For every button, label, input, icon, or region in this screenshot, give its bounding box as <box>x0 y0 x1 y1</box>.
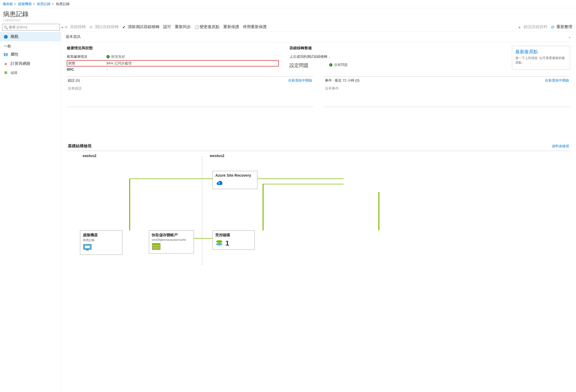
sidebar-item-properties[interactable]: 屬性 <box>0 50 61 59</box>
sidebar-item-compute-network[interactable]: e 計算與網路 <box>0 59 61 68</box>
rpc-value: - <box>106 68 108 72</box>
config-value: 沒有問題 <box>334 63 348 67</box>
node-asr-title: Azure Site Recovery <box>215 173 254 177</box>
node-cache[interactable]: 快取儲存體帳戶 smd3hjlamnavaulasrcache <box>149 230 194 253</box>
svg-rect-11 <box>152 243 160 245</box>
resource-type-label: 已複寫的項目 <box>0 18 576 22</box>
node-disk[interactable]: 受控磁碟 1 <box>212 230 255 250</box>
svg-rect-2 <box>4 53 5 56</box>
main-content: ⟳容錯移轉 ⟳測試容錯移轉 ✔清除測試容錯移轉 認可 重新同步 🕓變更復原點 重… <box>61 22 576 392</box>
svg-rect-3 <box>5 53 6 56</box>
breadcrumb: 儀表板> 虛擬機器> 病患記錄> 病患記錄 <box>0 0 576 8</box>
error-icon: ● <box>518 25 523 29</box>
search-input[interactable] <box>2 24 60 30</box>
svg-point-15 <box>216 243 222 246</box>
breadcrumb-records[interactable]: 病患記錄 <box>37 2 51 6</box>
node-asr[interactable]: Azure Site Recovery <box>212 171 257 189</box>
last-test-label: 上次成功的測試容錯移轉 <box>289 54 329 59</box>
events-open-link[interactable]: 在新頁面中開啟 <box>545 78 569 83</box>
chevron-down-icon: ⌄ <box>568 35 571 39</box>
recovery-title: 最新復原點 <box>515 49 567 55</box>
toolbar-change-recovery[interactable]: 🕓變更復原點 <box>194 24 220 29</box>
disk-count: 1 <box>225 239 229 247</box>
recovery-subtitle: 按一下上列項目, 以可查看最新的復原點 · <box>515 56 567 65</box>
repl-health-label: 複寫健康情況 <box>67 54 106 59</box>
node-cache-sub: smd3hjlamnavaulasrcache <box>152 238 191 241</box>
compute-network-icon: e <box>4 62 8 66</box>
failover-ready-column: 容錯移轉整備 上次成功的測試容錯移轉 - 設定問題 ✔沒有問題 <box>289 46 502 73</box>
status-ok-icon: ✔ <box>106 55 110 58</box>
errors-pane: 錯誤 (0) 在新頁面中開啟 沒有錯誤 <box>67 76 313 107</box>
status-highlight: 狀態 $4% 已同步處理 <box>67 60 279 66</box>
config-label: 設定問題 <box>289 62 329 69</box>
events-empty: 沒有事件 <box>324 84 570 107</box>
node-cache-title: 快取儲存體帳戶 <box>152 233 191 238</box>
table-view-link[interactable]: 資料表檢視 <box>552 144 569 149</box>
sidebar-item-label: 計算與網路 <box>11 61 30 66</box>
region-divider <box>202 156 202 265</box>
toolbar-reprotect[interactable]: 重新保護 <box>223 24 239 29</box>
refresh-icon: ⟳ <box>551 25 555 29</box>
recovery-column: 最新復原點 按一下上列項目, 以可查看最新的復原點 · <box>512 46 570 73</box>
region-right-label: westus2 <box>210 154 224 158</box>
info-icon: i <box>4 35 8 39</box>
errors-open-link[interactable]: 在新頁面中開啟 <box>288 78 312 83</box>
health-column: 健康情況與狀態 複寫健康情況 ✔狀況良好 狀態 $4% 已同步處理 RPC - <box>67 46 279 73</box>
page-title: 病患記錄 <box>3 10 573 18</box>
toolbar-error-details: ●錯誤詳細資料 <box>518 24 547 29</box>
infra-title: 基礎結構檢視 <box>68 144 92 149</box>
essentials-title: 基本資訊 <box>66 34 81 39</box>
rpc-label: RPC <box>67 68 106 72</box>
events-title: 事件 - 最近 72 小時 (0) <box>325 78 360 83</box>
status-value: $4% 已同步處理 <box>106 61 132 66</box>
storage-icon <box>152 243 191 251</box>
toolbar-test-failover: ⟳測試容錯移轉 <box>90 24 119 29</box>
sidebar-item-label: 概觀 <box>11 34 19 39</box>
svg-point-5 <box>4 72 7 73</box>
disks-icon <box>4 71 8 75</box>
toolbar-failover: ⟳容錯移轉 <box>65 24 86 29</box>
recovery-points-card[interactable]: 最新復原點 按一下上列項目, 以可查看最新的復原點 · <box>512 46 570 70</box>
failover-ready-heading: 容錯移轉整備 <box>289 46 502 51</box>
errors-title: 錯誤 (0) <box>68 78 80 83</box>
sidebar: 🔍 « i 概觀 一般 屬性 e 計算與網路 <box>0 22 61 392</box>
svg-text:i: i <box>6 35 6 38</box>
check-icon: ✔ <box>122 25 127 29</box>
sidebar-section-general: 一般 <box>0 41 61 50</box>
svg-rect-4 <box>7 53 7 56</box>
errors-empty: 沒有錯誤 <box>67 84 313 107</box>
node-vm-title: 虛擬機器 <box>83 233 119 238</box>
toolbar-cleanup-test[interactable]: ✔清除測試容錯移轉 <box>122 24 159 29</box>
clock-icon: 🕓 <box>194 25 199 29</box>
sidebar-item-label: 屬性 <box>11 52 19 57</box>
breadcrumb-dashboard[interactable]: 儀表板 <box>3 2 13 6</box>
toolbar-refresh[interactable]: ⟳重新整理 <box>551 24 572 29</box>
toolbar: ⟳容錯移轉 ⟳測試容錯移轉 ✔清除測試容錯移轉 認可 重新同步 🕓變更復原點 重… <box>61 22 576 32</box>
svg-point-6 <box>4 73 7 74</box>
breadcrumb-current: 病患記錄 <box>56 2 70 6</box>
breadcrumb-vms[interactable]: 虛擬機器 <box>18 2 32 6</box>
search-icon: 🔍 <box>4 25 8 29</box>
last-test-value: - <box>329 55 330 59</box>
node-vm-sub: 病患記錄 <box>83 238 119 242</box>
toolbar-resync[interactable]: 重新同步 <box>175 24 191 29</box>
events-pane: 事件 - 最近 72 小時 (0) 在新頁面中開啟 沒有事件 <box>324 76 570 107</box>
node-vm[interactable]: 虛擬機器 病患記錄 <box>80 230 122 255</box>
status-ok-icon: ✔ <box>329 63 332 66</box>
vm-icon <box>83 244 119 252</box>
properties-icon <box>4 52 8 57</box>
test-failover-icon: ⟳ <box>90 25 94 29</box>
cloud-recovery-icon <box>215 179 254 187</box>
sidebar-item-label: 磁碟 <box>11 70 17 75</box>
sidebar-item-disks[interactable]: 磁碟 <box>0 68 61 77</box>
sidebar-item-overview[interactable]: i 概觀 <box>0 32 61 41</box>
essentials-header[interactable]: 基本資訊 ⌄ <box>61 32 576 42</box>
svg-point-14 <box>216 240 222 243</box>
region-left-label: eastus2 <box>83 154 96 158</box>
node-disk-title: 受控磁碟 <box>215 233 252 238</box>
toolbar-disable-reprotect[interactable]: 停用重新保護 <box>243 24 267 29</box>
health-heading: 健康情況與狀態 <box>67 46 279 51</box>
toolbar-commit[interactable]: 認可 <box>163 24 171 29</box>
infrastructure-diagram: eastus2 westus2 Azure Site Recovery <box>67 154 570 265</box>
failover-icon: ⟳ <box>65 25 69 29</box>
